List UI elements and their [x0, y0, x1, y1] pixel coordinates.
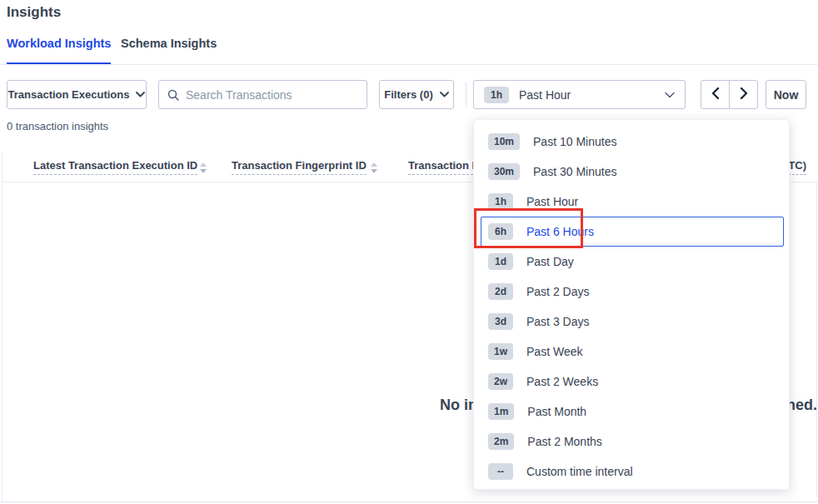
- filters-button[interactable]: Filters (0): [379, 80, 454, 109]
- time-interval-dropdown: 10m Past 10 Minutes 30m Past 30 Minutes …: [473, 119, 790, 490]
- time-interval-value: Past Hour: [519, 88, 655, 102]
- column-header-transaction-execution-clipped[interactable]: Transaction Ex: [408, 159, 473, 175]
- time-option-label: Past Month: [527, 405, 586, 418]
- tab-schema-insights[interactable]: Schema Insights: [121, 37, 217, 64]
- time-option-badge: 2w: [488, 373, 513, 390]
- time-interval-select[interactable]: 1h Past Hour: [473, 80, 686, 109]
- column-header-latest-transaction-execution-id[interactable]: Latest Transaction Execution ID: [33, 159, 197, 175]
- time-option-badge: 3d: [488, 313, 513, 330]
- chevron-down-icon: [136, 92, 145, 97]
- table-right-border: [816, 182, 817, 497]
- now-button[interactable]: Now: [766, 80, 806, 109]
- time-option-badge: 2m: [488, 433, 514, 450]
- time-option-past-hour[interactable]: 1h Past Hour: [481, 187, 784, 217]
- tab-workload-insights[interactable]: Workload Insights: [7, 37, 111, 64]
- time-option-label: Past Week: [526, 345, 582, 358]
- time-option-custom-interval[interactable]: -- Custom time interval: [481, 457, 784, 487]
- time-option-label: Custom time interval: [526, 465, 633, 478]
- time-option-badge: 1h: [488, 193, 513, 210]
- time-option-label: Past 30 Minutes: [533, 165, 616, 178]
- time-option-badge: --: [488, 463, 513, 480]
- tab-bar: Workload Insights Schema Insights: [0, 37, 818, 65]
- time-option-past-month[interactable]: 1m Past Month: [481, 397, 784, 427]
- search-input[interactable]: [186, 88, 358, 102]
- time-option-past-day[interactable]: 1d Past Day: [481, 247, 784, 277]
- time-option-past-3-days[interactable]: 3d Past 3 Days: [481, 307, 784, 337]
- time-option-badge: 6h: [488, 223, 513, 240]
- empty-state-text-fragment: ned.: [786, 397, 817, 414]
- toolbar-divider: [466, 82, 466, 107]
- table-bottom-border: [0, 502, 818, 502]
- time-option-badge: 1w: [488, 343, 513, 360]
- table-left-border: [2, 152, 2, 502]
- time-option-badge: 2d: [488, 283, 513, 300]
- time-option-label: Past 10 Minutes: [533, 135, 616, 148]
- time-option-badge: 10m: [488, 133, 520, 150]
- time-interval-badge: 1h: [484, 87, 509, 103]
- chevron-right-icon: [740, 87, 748, 102]
- now-label: Now: [774, 88, 799, 102]
- filters-label: Filters (0): [384, 88, 433, 101]
- empty-state-text-fragment: No in: [440, 397, 477, 414]
- time-option-past-30-minutes[interactable]: 30m Past 30 Minutes: [481, 157, 784, 187]
- time-option-badge: 1d: [488, 253, 513, 270]
- time-option-past-6-hours[interactable]: 6h Past 6 Hours: [481, 217, 784, 247]
- time-option-past-2-months[interactable]: 2m Past 2 Months: [481, 427, 784, 457]
- insights-count: 0 transaction insights: [7, 120, 108, 132]
- chevron-down-icon: [440, 92, 449, 97]
- column-header-transaction-fingerprint-id[interactable]: Transaction Fingerprint ID: [232, 159, 367, 175]
- time-option-label: Past Hour: [526, 195, 578, 208]
- report-type-dropdown[interactable]: Transaction Executions: [7, 80, 147, 109]
- chevron-down-icon: [665, 92, 675, 98]
- previous-interval-button[interactable]: [701, 80, 730, 109]
- time-option-label: Past 2 Months: [527, 435, 602, 448]
- chevron-left-icon: [711, 87, 720, 102]
- sort-icon[interactable]: [200, 162, 207, 173]
- time-option-badge: 1m: [488, 403, 514, 420]
- next-interval-button[interactable]: [729, 80, 758, 109]
- time-option-badge: 30m: [488, 163, 520, 180]
- time-option-label: Past 2 Days: [526, 285, 589, 298]
- report-type-label: Transaction Executions: [8, 88, 130, 101]
- search-box[interactable]: [158, 80, 367, 109]
- time-option-label: Past 6 Hours: [526, 225, 594, 238]
- time-option-label: Past 3 Days: [526, 315, 589, 328]
- time-option-past-10-minutes[interactable]: 10m Past 10 Minutes: [481, 127, 784, 157]
- time-option-past-2-days[interactable]: 2d Past 2 Days: [481, 277, 784, 307]
- time-option-past-2-weeks[interactable]: 2w Past 2 Weeks: [481, 367, 784, 397]
- time-nav-group: [701, 80, 759, 109]
- time-option-label: Past 2 Weeks: [526, 375, 598, 388]
- page-title: Insights: [7, 4, 61, 21]
- time-option-label: Past Day: [526, 255, 574, 268]
- time-option-past-week[interactable]: 1w Past Week: [481, 337, 784, 367]
- search-icon: [167, 89, 179, 101]
- sort-icon[interactable]: [371, 162, 377, 173]
